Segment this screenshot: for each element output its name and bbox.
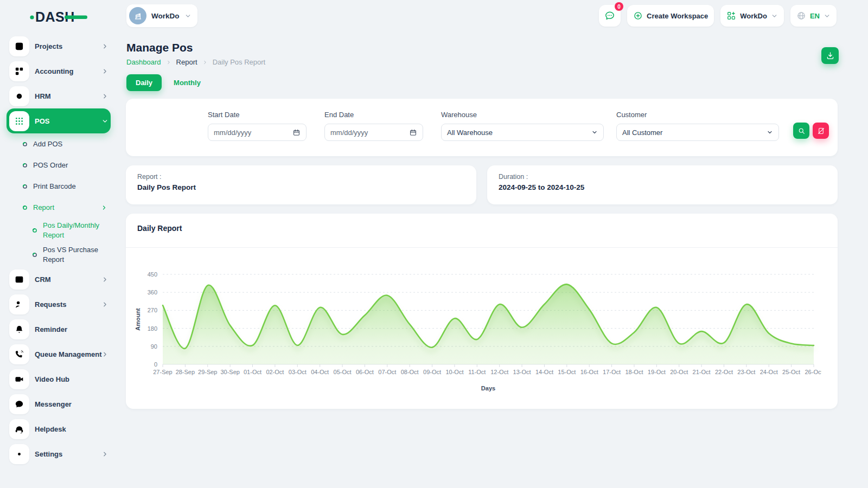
sidebar-subitem-label: Print Barcode bbox=[33, 182, 107, 191]
breadcrumb-separator-icon bbox=[166, 60, 171, 65]
chevron-down-icon bbox=[101, 118, 108, 125]
download-button[interactable] bbox=[821, 47, 839, 64]
breadcrumb-current: Daily Pos Report bbox=[213, 58, 266, 66]
sidebar-subitem-pos-vs-purchase-report[interactable]: Pos VS Purchase Report bbox=[7, 242, 111, 267]
crm-icon bbox=[9, 269, 29, 290]
company-menu-label: WorkDo bbox=[740, 12, 767, 20]
workspace-selector[interactable]: WorkDo bbox=[126, 4, 197, 27]
calendar-icon bbox=[292, 129, 301, 137]
report-summary-label: Report : bbox=[137, 173, 161, 181]
report-tabs: Daily Monthly bbox=[126, 74, 201, 91]
bullet-icon bbox=[22, 163, 28, 168]
sidebar-subitem-label: Pos Daily/Monthly Report bbox=[43, 221, 107, 240]
svg-text:12-Oct: 12-Oct bbox=[490, 369, 508, 375]
end-date-label: End Date bbox=[324, 111, 423, 119]
svg-text:22-Oct: 22-Oct bbox=[715, 369, 733, 375]
search-button[interactable] bbox=[793, 123, 809, 139]
duration-summary-value: 2024-09-25 to 2024-10-25 bbox=[499, 183, 584, 191]
svg-text:0: 0 bbox=[154, 361, 157, 368]
sidebar-subitem-pos-order[interactable]: POS Order bbox=[7, 155, 111, 176]
create-workspace-button[interactable]: Create Workspace bbox=[627, 5, 714, 27]
plus-circle-icon bbox=[633, 11, 643, 21]
language-label: EN bbox=[810, 12, 820, 20]
sidebar-item-label: CRM bbox=[35, 275, 96, 284]
sidebar-item-requests[interactable]: Requests bbox=[7, 292, 111, 317]
sidebar-item-projects[interactable]: Projects bbox=[7, 34, 111, 59]
sidebar-item-accounting[interactable]: Accounting bbox=[7, 59, 111, 84]
breadcrumb: Dashboard Report Daily Pos Report bbox=[126, 58, 265, 66]
svg-text:20-Oct: 20-Oct bbox=[670, 369, 688, 375]
tab-daily[interactable]: Daily bbox=[126, 74, 162, 91]
svg-text:17-Oct: 17-Oct bbox=[603, 369, 621, 375]
sidebar-item-label: POS bbox=[35, 117, 96, 125]
end-date-field[interactable] bbox=[330, 129, 409, 137]
daily-report-card: Daily Report 09018027036045027-Sep28-Sep… bbox=[126, 214, 838, 409]
chevron-down-icon bbox=[767, 129, 773, 136]
svg-text:270: 270 bbox=[148, 307, 157, 313]
sidebar-item-queue-management[interactable]: Queue Management bbox=[7, 342, 111, 367]
svg-text:06-Oct: 06-Oct bbox=[356, 369, 374, 375]
sidebar-subitem-print-barcode[interactable]: Print Barcode bbox=[7, 176, 111, 197]
customer-select[interactable]: All Customer bbox=[616, 124, 779, 141]
svg-text:10-Oct: 10-Oct bbox=[445, 369, 463, 375]
svg-text:29-Sep: 29-Sep bbox=[198, 369, 217, 375]
svg-text:02-Oct: 02-Oct bbox=[266, 369, 284, 375]
start-date-field[interactable] bbox=[214, 129, 292, 137]
sidebar-item-helpdesk[interactable]: Helpdesk bbox=[7, 416, 111, 441]
breadcrumb-dashboard[interactable]: Dashboard bbox=[126, 58, 161, 66]
chevron-right-icon bbox=[101, 301, 108, 308]
calculator-grid-icon bbox=[9, 61, 29, 81]
phone-icon bbox=[9, 344, 29, 364]
svg-text:30-Sep: 30-Sep bbox=[220, 369, 239, 375]
bullet-icon bbox=[22, 184, 28, 189]
chevron-down-icon bbox=[771, 12, 778, 20]
chevron-right-icon bbox=[101, 204, 107, 211]
end-date-input[interactable] bbox=[324, 124, 423, 141]
chat-icon bbox=[9, 394, 29, 414]
svg-text:09-Oct: 09-Oct bbox=[423, 369, 441, 375]
chevron-right-icon bbox=[101, 351, 108, 358]
svg-text:24-Oct: 24-Oct bbox=[760, 369, 778, 375]
warehouse-label: Warehouse bbox=[441, 111, 604, 119]
headset-icon bbox=[9, 419, 29, 439]
messages-button[interactable]: 0 bbox=[599, 5, 621, 27]
create-workspace-label: Create Workspace bbox=[647, 12, 708, 20]
chevron-right-icon bbox=[101, 451, 108, 458]
dash-logo-icon: DASH bbox=[30, 8, 87, 24]
grid-plus-icon bbox=[726, 11, 736, 21]
sidebar-subitem-add-pos[interactable]: Add POS bbox=[7, 133, 111, 155]
sidebar-item-settings[interactable]: Settings bbox=[7, 441, 111, 466]
start-date-group: Start Date bbox=[208, 111, 307, 141]
start-date-input[interactable] bbox=[208, 124, 307, 141]
chevron-right-icon bbox=[101, 68, 108, 75]
sidebar-item-pos[interactable]: POS bbox=[7, 108, 111, 133]
filter-card: Start Date End Date Warehouse All Wareho… bbox=[126, 99, 838, 156]
workspace-avatar bbox=[129, 7, 146, 24]
svg-text:11-Oct: 11-Oct bbox=[468, 369, 486, 375]
report-summary-card: Report : Daily Pos Report bbox=[126, 165, 476, 204]
sidebar-item-reminder[interactable]: Reminder bbox=[7, 317, 111, 342]
reset-button[interactable] bbox=[813, 123, 829, 139]
sidebar-item-hrm[interactable]: HRM bbox=[7, 84, 111, 108]
sidebar-item-label: Settings bbox=[35, 450, 96, 458]
app-logo[interactable]: DASH bbox=[30, 8, 87, 27]
tab-monthly[interactable]: Monthly bbox=[174, 74, 201, 91]
warehouse-select[interactable]: All Warehouse bbox=[441, 124, 604, 141]
sidebar-subitem-pos-daily-monthly-report[interactable]: Pos Daily/Monthly Report bbox=[7, 218, 111, 242]
chevron-right-icon bbox=[101, 43, 108, 50]
sidebar-item-crm[interactable]: CRM bbox=[7, 267, 111, 292]
customer-group: Customer All Customer bbox=[616, 111, 779, 141]
reset-icon bbox=[817, 127, 825, 135]
sidebar-item-video-hub[interactable]: Video Hub bbox=[7, 367, 111, 391]
download-icon bbox=[826, 51, 835, 60]
sidebar-item-messenger[interactable]: Messenger bbox=[7, 391, 111, 416]
globe-icon bbox=[796, 11, 806, 21]
bell-icon bbox=[9, 319, 29, 339]
company-menu-button[interactable]: WorkDo bbox=[720, 5, 784, 27]
language-selector[interactable]: EN bbox=[790, 5, 837, 27]
customer-value: All Customer bbox=[622, 129, 662, 137]
breadcrumb-report[interactable]: Report bbox=[176, 58, 197, 66]
svg-text:16-Oct: 16-Oct bbox=[580, 369, 598, 375]
sidebar-subitem-report[interactable]: Report bbox=[7, 197, 111, 218]
sidebar-item-label: Messenger bbox=[35, 400, 108, 408]
